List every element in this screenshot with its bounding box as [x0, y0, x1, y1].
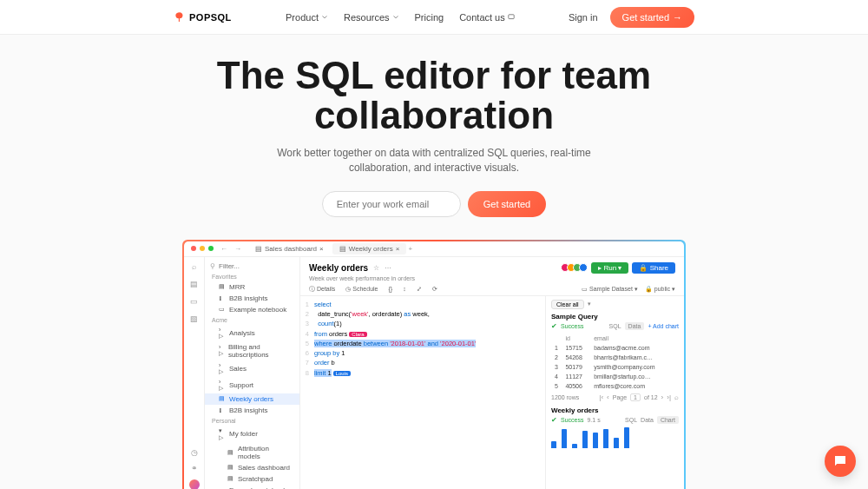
people-icon[interactable]: ⚭ [191, 464, 198, 472]
minimize-dot[interactable] [200, 246, 205, 251]
logo[interactable]: POPSQL [174, 11, 232, 23]
close-tab-icon[interactable]: × [396, 245, 400, 253]
folder-icon: › ▷ [219, 344, 225, 357]
toolbar-refresh[interactable]: ⟳ [432, 286, 437, 293]
toolbar-vars[interactable]: {} [389, 286, 393, 292]
tab-sales-dashboard[interactable]: ▤Sales dashboard× [248, 243, 331, 254]
sidebar-item-label: Billing and subscriptions [228, 343, 293, 359]
get-started-button[interactable]: Get started→ [610, 7, 694, 28]
hero-subtitle: Work better together on data with centra… [260, 146, 608, 175]
toolbar-expand[interactable]: ⤢ [417, 286, 422, 293]
files-icon[interactable]: ▤ [190, 280, 198, 288]
chart-icon[interactable]: ▧ [190, 314, 198, 323]
code-line[interactable]: 8limit 1Louis [300, 368, 545, 378]
table-row[interactable]: 115715badams@acme.com [553, 344, 677, 352]
clear-all-button[interactable]: Clear all [551, 300, 584, 309]
chat-icon [508, 14, 515, 21]
email-input[interactable] [322, 191, 461, 217]
page-next-icon[interactable]: › [661, 393, 664, 401]
sidebar-item-label: B2B insights [229, 406, 267, 414]
nav-contact[interactable]: Contact us [459, 12, 515, 23]
code-line[interactable]: 6group by 1 [300, 348, 545, 358]
sidebar-item[interactable]: › ▷Sales [205, 360, 299, 377]
toolbar-details[interactable]: ⓘ Details [309, 285, 335, 294]
sql-editor[interactable]: 1select2 date_trunc('week', orderdate) a… [300, 296, 545, 489]
table-row[interactable]: 540506mflores@core.com [553, 382, 677, 390]
doc-icon: ▤ [219, 283, 226, 290]
code-line[interactable]: 5where orderdate between '2018-01-01' an… [300, 339, 545, 348]
sidebar-item-label: My folder [229, 430, 258, 438]
sidebar-item[interactable]: › ▷Billing and subscriptions [205, 341, 299, 360]
sign-in-link[interactable]: Sign in [569, 12, 598, 23]
sidebar-item[interactable]: ▤Attribution models [205, 443, 299, 462]
sidebar-item-label: MRR [229, 283, 245, 291]
filter-input[interactable] [219, 262, 300, 270]
chart-bar [572, 444, 577, 448]
result-tab-data[interactable]: Data [641, 417, 654, 423]
sidebar-item[interactable]: ▤MRR [205, 281, 299, 293]
collaborator-avatars[interactable] [563, 263, 588, 272]
table-row[interactable]: 411127bmillar@startup.co… [553, 373, 677, 380]
user-avatar[interactable] [189, 479, 200, 489]
sidebar-item-label: B2B insights [229, 294, 267, 302]
toolbar-format[interactable]: ↕ [403, 286, 406, 292]
database-icon[interactable]: ▭ [190, 297, 198, 306]
page-prev-icon[interactable]: ‹ [607, 393, 609, 401]
tab-weekly-orders[interactable]: ▤Weekly orders× [332, 243, 407, 254]
close-tab-icon[interactable]: × [319, 245, 324, 253]
result-tab-sql[interactable]: SQL [609, 323, 621, 329]
sidebar-item[interactable]: › ▷Support [205, 377, 299, 393]
sidebar-item[interactable]: ⫿B2B insights [205, 293, 299, 304]
chevron-down-icon[interactable]: ▾ [588, 301, 591, 307]
sidebar-item[interactable]: ▭Example notebook [205, 485, 299, 489]
query-time: 9.1 s [587, 417, 600, 423]
nav-back-icon[interactable]: ← [220, 245, 227, 253]
table-row[interactable]: 254268bharris@fabrikam.c… [553, 354, 677, 361]
code-line[interactable]: 3 count(1) [300, 319, 545, 328]
dataset-selector[interactable]: ▭ Sample Dataset ▾ [582, 286, 638, 293]
close-dot[interactable] [191, 246, 196, 251]
result-tab-sql[interactable]: SQL [625, 417, 637, 423]
sidebar-item[interactable]: ▭Example notebook [205, 304, 299, 315]
sidebar-item[interactable]: ▤Weekly orders [205, 393, 299, 405]
email-get-started-button[interactable]: Get started [468, 191, 546, 217]
page-last-icon[interactable]: ›| [667, 393, 671, 401]
maximize-dot[interactable] [208, 246, 214, 251]
sidebar-item[interactable]: ▤Scratchpad [205, 473, 299, 485]
toolbar-schedule[interactable]: ◷ Schedule [345, 286, 378, 293]
more-icon[interactable]: ⋯ [385, 264, 391, 272]
sidebar-item-label: Sales dashboard [238, 464, 290, 472]
run-button[interactable]: ▸ Run ▾ [591, 262, 628, 274]
result-tab-chart[interactable]: Chart [657, 416, 679, 424]
nav-resources[interactable]: Resources [344, 12, 399, 23]
code-line[interactable]: 7order b [300, 358, 545, 367]
sidebar-item[interactable]: ▤Sales dashboard [205, 462, 299, 473]
icon-rail: ⌕ ▤ ▭ ▧ ◷ ⚭ [184, 257, 205, 489]
search-icon[interactable]: ⌕ [192, 262, 196, 271]
sidebar-item[interactable]: ▾ ▷My folder [205, 426, 299, 443]
nav-fwd-icon[interactable]: → [234, 245, 241, 253]
star-icon[interactable]: ☆ [373, 264, 379, 272]
nav-pricing[interactable]: Pricing [415, 12, 444, 23]
code-line[interactable]: 2 date_trunc('week', orderdate) as week, [300, 309, 545, 319]
page-first-icon[interactable]: |‹ [599, 393, 603, 401]
sidebar-heading: Acme [205, 315, 299, 325]
code-line[interactable]: 4from ordersClara [300, 329, 545, 339]
folder-icon: ▾ ▷ [219, 427, 226, 441]
visibility-selector[interactable]: 🔒 public ▾ [645, 286, 675, 293]
query-toolbar: ⓘ Details ◷ Schedule {} ↕ ⤢ ⟳ ▭ Sample D… [309, 285, 675, 294]
add-chart-button[interactable]: + Add chart [648, 323, 679, 329]
sidebar-item[interactable]: ⫿B2B insights [205, 405, 299, 416]
sidebar-item-label: Example notebook [229, 306, 286, 314]
nav-product[interactable]: Product [286, 12, 328, 23]
sidebar-item[interactable]: › ▷Analysis [205, 325, 299, 341]
code-line[interactable]: 1select [300, 300, 545, 309]
table-row[interactable]: 350179ysmith@company.com [553, 363, 677, 371]
add-tab-icon[interactable]: + [408, 245, 412, 253]
main-panel: Weekly orders ☆ ⋯ ▸ Run ▾ 🔒 Share [300, 257, 684, 489]
search-rows-icon[interactable]: ⌕ [674, 393, 679, 401]
chat-widget-button[interactable] [825, 446, 856, 477]
clock-icon[interactable]: ◷ [191, 448, 198, 457]
result-tab-data[interactable]: Data [625, 322, 645, 330]
share-button[interactable]: 🔒 Share [632, 262, 675, 274]
